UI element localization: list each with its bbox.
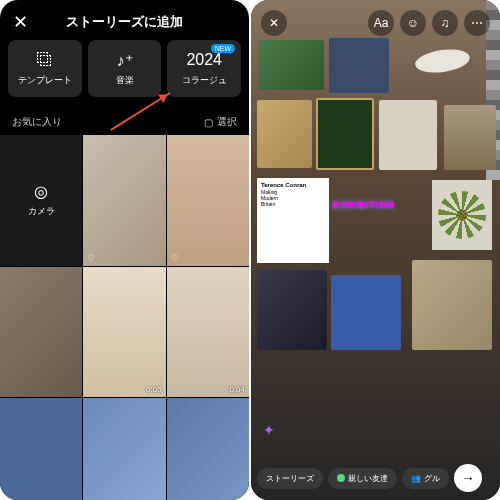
collage-tile bbox=[444, 105, 496, 170]
section-label[interactable]: お気に入り bbox=[12, 115, 62, 129]
story-button[interactable]: ストーリーズ bbox=[257, 468, 323, 489]
music-icon: ♪⁺ bbox=[92, 50, 158, 70]
heart-icon: ♡ bbox=[87, 253, 95, 263]
collage-option[interactable]: NEW 2024 コラージュ bbox=[167, 40, 241, 97]
media-item[interactable]: ♡ bbox=[83, 135, 165, 266]
audio-icon[interactable]: ♫ bbox=[432, 10, 458, 36]
collage-tile bbox=[379, 100, 437, 170]
back-icon[interactable]: ✕ bbox=[261, 10, 287, 36]
page-title: ストーリーズに追加 bbox=[38, 13, 211, 31]
group-button[interactable]: 👥グル bbox=[402, 468, 449, 489]
sparkle-icon[interactable]: ✦ bbox=[263, 422, 275, 438]
media-item[interactable]: 0:05 bbox=[83, 267, 165, 398]
collage-tile bbox=[412, 260, 492, 350]
media-item[interactable]: ♡ bbox=[167, 135, 249, 266]
media-item[interactable] bbox=[0, 267, 82, 398]
more-icon[interactable]: ⋯ bbox=[464, 10, 490, 36]
heart-icon: ♡ bbox=[171, 253, 179, 263]
send-button[interactable]: → bbox=[454, 464, 482, 492]
collage-tile bbox=[259, 40, 324, 90]
media-item[interactable] bbox=[167, 398, 249, 500]
close-friends-button[interactable]: 親しい友達 bbox=[328, 468, 397, 489]
sticker-icon[interactable]: ☺ bbox=[400, 10, 426, 36]
media-item[interactable]: 0:04 bbox=[167, 267, 249, 398]
year-text: 2024 bbox=[171, 50, 237, 70]
close-icon[interactable]: ✕ bbox=[10, 12, 30, 32]
camera-icon: ◎ bbox=[34, 182, 48, 201]
template-icon: ⿻ bbox=[12, 50, 78, 70]
group-icon: 👥 bbox=[411, 474, 421, 483]
media-grid: ◎ カメラ ♡ ♡ 0:05 0:04 bbox=[0, 135, 249, 500]
star-icon bbox=[337, 474, 345, 482]
music-option[interactable]: ♪⁺ 音楽 bbox=[88, 40, 162, 97]
collage-tile bbox=[316, 98, 374, 170]
flower-tile bbox=[432, 180, 492, 250]
plate-image bbox=[414, 46, 472, 75]
info-card: Terence Conran Making Modern Britain bbox=[257, 178, 329, 263]
new-badge: NEW bbox=[211, 44, 235, 53]
neon-text: EXHIBITION bbox=[333, 200, 395, 210]
collage-tile bbox=[329, 38, 389, 93]
collage-tile bbox=[257, 270, 327, 350]
collage-tile bbox=[331, 275, 401, 350]
media-item[interactable] bbox=[83, 398, 165, 500]
select-button[interactable]: ▢ 選択 bbox=[204, 115, 237, 129]
collage-canvas[interactable]: Terence Conran Making Modern Britain EXH… bbox=[251, 0, 500, 500]
collage-tile bbox=[257, 100, 312, 168]
text-button[interactable]: Aa bbox=[368, 10, 394, 36]
template-option[interactable]: ⿻ テンプレート bbox=[8, 40, 82, 97]
media-item[interactable] bbox=[0, 398, 82, 500]
select-icon: ▢ bbox=[204, 117, 213, 128]
camera-button[interactable]: ◎ カメラ bbox=[0, 135, 82, 266]
